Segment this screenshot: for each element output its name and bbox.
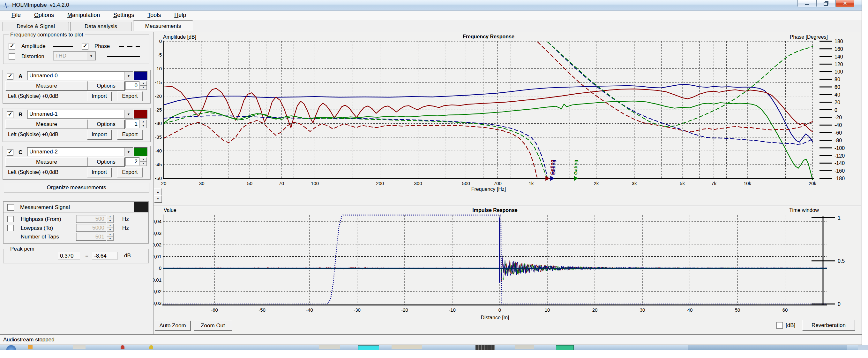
spin-down-icon[interactable]: ▼ — [106, 237, 114, 241]
taskbar-fragment — [319, 345, 340, 349]
measurement-signal-header: Measurement Signal — [3, 201, 149, 213]
measurement-c-checkbox[interactable] — [7, 149, 13, 156]
measurement-a-name: Unnamed-0 — [27, 73, 124, 79]
measurement-a-options-button[interactable]: Options — [88, 81, 124, 90]
measurement-signal-checkbox[interactable] — [7, 204, 14, 211]
highpass-spinner[interactable]: 500 ▲▼ — [76, 215, 114, 223]
chart-scroll-up-button[interactable]: ▲ — [154, 188, 162, 195]
measurement-a-measure-button[interactable]: Measure — [5, 81, 88, 90]
measurement-b-import-button[interactable]: Import — [87, 130, 112, 139]
spin-down-icon[interactable]: ▼ — [106, 228, 114, 232]
gating-markers: GatingGatingGating — [546, 160, 578, 181]
chevron-down-icon[interactable]: ▼ — [124, 110, 133, 118]
chart-panel: 0-5-10-15-20-25-30-35-40-45-502030507010… — [153, 32, 861, 334]
spin-down-icon[interactable]: ▼ — [106, 219, 114, 223]
measurement-b-measure-button[interactable]: Measure — [5, 119, 88, 129]
distortion-combo[interactable]: THD ▼ — [53, 52, 96, 60]
taskbar-tray-area[interactable] — [688, 345, 847, 350]
svg-text:-40: -40 — [155, 148, 162, 154]
phase-checkbox[interactable] — [82, 43, 88, 50]
frequency-response-title: Frequency Response — [154, 34, 824, 39]
series-C-amplitude — [164, 101, 812, 180]
measurement-c-options-button[interactable]: Options — [88, 157, 124, 167]
menu-options[interactable]: Options — [32, 11, 56, 20]
tab-device-signal[interactable]: Device & Signal — [3, 22, 69, 31]
measurement-a-name-combo[interactable]: Unnamed-0 ▼ — [27, 71, 133, 80]
charts-svg: 0-5-10-15-20-25-30-35-40-45-502030507010… — [154, 32, 861, 334]
close-button[interactable]: ✕ — [836, 0, 854, 7]
measurement-c-name-combo[interactable]: Unnamed-2 ▼ — [27, 147, 133, 156]
measurement-a-channel-spinner[interactable]: 0 ▲▼ — [125, 81, 147, 90]
measurement-a-import-button[interactable]: Import — [87, 91, 112, 101]
impulse-grid — [163, 215, 827, 305]
chart-splitter[interactable] — [154, 205, 861, 207]
zoom-out-button[interactable]: Zoom Out — [194, 321, 232, 331]
menu-help[interactable]: Help — [172, 11, 188, 20]
spin-up-icon[interactable]: ▲ — [140, 119, 147, 124]
measurement-b-checkbox[interactable] — [7, 111, 13, 118]
series-C-phase — [548, 42, 812, 127]
start-orb-icon[interactable] — [6, 345, 16, 350]
menu-file[interactable]: File — [9, 11, 23, 20]
measurement-c-measure-button[interactable]: Measure — [5, 157, 88, 167]
spin-up-icon[interactable]: ▲ — [140, 157, 147, 162]
db-checkbox[interactable] — [776, 322, 783, 329]
peak-unit: dB — [124, 252, 131, 259]
frequency-components-group: Frequency components to plot Amplitude P… — [3, 34, 149, 64]
title-bar[interactable]: HOLMImpulse v1.4.2.0 ✕ — [0, 0, 862, 10]
spin-up-icon[interactable]: ▲ — [140, 81, 147, 86]
chevron-down-icon[interactable]: ▼ — [87, 52, 95, 60]
auto-zoom-button[interactable]: Auto Zoom — [155, 321, 190, 331]
spin-up-icon[interactable]: ▲ — [106, 233, 114, 237]
lowpass-spinner[interactable]: 5000 ▲▼ — [76, 224, 114, 232]
measurement-c-color-swatch[interactable] — [134, 147, 148, 156]
spin-down-icon[interactable]: ▼ — [140, 124, 147, 129]
measurement-b-color-swatch[interactable] — [134, 110, 148, 118]
measurement-a-color-swatch[interactable] — [134, 71, 148, 80]
svg-text:-160: -160 — [835, 168, 845, 173]
spin-down-icon[interactable]: ▼ — [140, 86, 147, 90]
measurement-b-export-button[interactable]: Export — [117, 130, 143, 139]
measurement-a-export-button[interactable]: Export — [117, 91, 143, 101]
restore-button[interactable] — [817, 0, 836, 7]
spin-up-icon[interactable]: ▲ — [106, 215, 114, 219]
measurement-signal-color-swatch[interactable] — [134, 202, 148, 212]
svg-text:-30: -30 — [353, 307, 361, 312]
lowpass-label: Lowpass (To) — [21, 225, 53, 231]
chevron-down-icon[interactable]: ▼ — [124, 148, 133, 156]
reverberation-button[interactable]: Reverberation — [802, 320, 855, 331]
menu-tools[interactable]: Tools — [146, 11, 163, 20]
tab-measurements[interactable]: Measurements — [133, 21, 193, 31]
tab-data-analysis[interactable]: Data analysis — [70, 22, 131, 31]
taps-spinner[interactable]: 501 ▲▼ — [76, 233, 114, 241]
chevron-down-icon[interactable]: ▼ — [124, 72, 133, 80]
menu-settings[interactable]: Settings — [112, 11, 136, 20]
impulse-baselines — [163, 268, 827, 269]
minimize-button[interactable] — [798, 0, 817, 7]
measurement-c-name: Unnamed-2 — [27, 149, 124, 155]
distortion-combo-value: THD — [53, 53, 87, 59]
spin-up-icon[interactable]: ▲ — [106, 224, 114, 228]
svg-text:50: 50 — [735, 307, 740, 312]
chart-scroll-down-button[interactable]: ▼ — [154, 195, 162, 202]
measurement-b-options-button[interactable]: Options — [88, 119, 124, 129]
amplitude-checkbox[interactable] — [9, 43, 15, 50]
svg-text:-30: -30 — [155, 120, 162, 126]
spin-down-icon[interactable]: ▼ — [140, 162, 147, 166]
distortion-checkbox[interactable] — [9, 53, 15, 60]
measurement-c-export-button[interactable]: Export — [117, 167, 143, 177]
menu-manipulation[interactable]: Manipulation — [65, 11, 102, 20]
highpass-checkb ox[interactable] — [7, 216, 14, 222]
show-desktop-button[interactable] — [858, 345, 868, 350]
measurement-c-channel-spinner[interactable]: 2 ▲▼ — [125, 157, 147, 166]
taskbar-strip[interactable] — [0, 345, 868, 350]
measurement-b-name-combo[interactable]: Unnamed-1 ▼ — [27, 110, 133, 118]
phase-axis-title: Phase [Degrees] — [777, 34, 828, 40]
measurement-a-checkbox[interactable] — [7, 73, 13, 80]
phase-axis: 180160140120100806040200-20-40-60-80-100… — [819, 39, 845, 181]
measurement-b-channel-spinner[interactable]: 1 ▲▼ — [125, 119, 147, 128]
organize-measurements-button[interactable]: Organize measurements — [4, 183, 149, 192]
lowpass-checkbox[interactable] — [7, 225, 14, 231]
measurement-c-import-button[interactable]: Import — [87, 167, 112, 177]
svg-text:100: 100 — [311, 181, 319, 186]
